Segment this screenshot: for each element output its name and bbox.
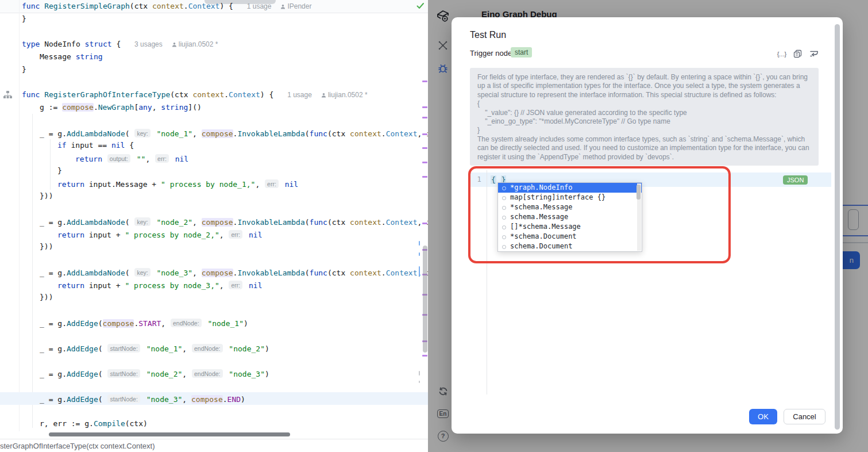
code-line[interactable]: return output: "", err: nil — [75, 152, 188, 164]
json-input-editor[interactable]: 1 { } JSON *graph.NodeInfomap[string]int… — [470, 167, 831, 396]
code-line[interactable]: })) — [40, 291, 53, 304]
vcs-change-marker — [422, 117, 427, 118]
code-line[interactable]: func RegisterSimpleGraph(ctx context.Con… — [22, 0, 311, 13]
trigger-node-badge: start — [511, 47, 532, 58]
code-line[interactable]: } — [22, 13, 26, 25]
code-line[interactable]: type NodeInfo struct { 3 usagesliujian.0… — [22, 38, 218, 51]
cancel-button[interactable]: Cancel — [784, 409, 825, 424]
horizontal-scrollbar[interactable] — [49, 432, 290, 436]
app-window: func RegisterSimpleGraph(ctx context.Con… — [0, 0, 868, 452]
code-line[interactable]: r, err := g.Compile(ctx) — [40, 417, 148, 430]
vcs-change-marker — [422, 162, 427, 163]
open-brace: { — [491, 175, 496, 184]
code-line[interactable]: if input == nil { — [57, 139, 134, 152]
language-badge: JSON — [783, 175, 808, 185]
dropdown-item[interactable]: *graph.NodeInfo — [498, 183, 642, 193]
caret-marker — [419, 266, 420, 277]
vcs-change-marker — [422, 223, 427, 224]
editor-gutter-separator — [487, 170, 487, 394]
code-lines[interactable]: func RegisterSimpleGraph(ctx context.Con… — [0, 0, 428, 431]
vcs-change-marker — [422, 176, 427, 178]
dropdown-item[interactable]: *schema.Message — [498, 202, 642, 212]
vcs-change-marker — [422, 355, 427, 357]
code-line[interactable]: })) — [40, 240, 53, 253]
interface-help-text: For fields of type interface, they are r… — [470, 68, 819, 166]
code-line[interactable]: func RegisterGraphOfInterfaceType(ctx co… — [22, 89, 368, 101]
code-line[interactable]: Message string — [40, 51, 103, 63]
dropdown-item[interactable]: []*schema.Message — [498, 222, 642, 232]
dropdown-item[interactable]: *schema.Document — [498, 232, 642, 242]
braces-icon[interactable]: {…} — [777, 49, 786, 59]
caret-marker — [419, 252, 420, 256]
gutter-marker — [419, 381, 420, 383]
breadcrumb[interactable]: sterGraphOfInterfaceType(ctx context.Con… — [0, 442, 155, 450]
code-line[interactable]: g := compose.NewGraph[any, string]() — [40, 101, 202, 114]
dialog-scrollbar[interactable] — [835, 24, 840, 430]
vcs-change-marker — [422, 147, 427, 149]
code-line[interactable]: })) — [40, 190, 53, 202]
code-line[interactable]: return input.Message + " process by node… — [57, 177, 298, 190]
code-line[interactable]: _ = g.AddEdge( startNode: "node_2", endN… — [40, 367, 269, 380]
code-line[interactable]: return input + " process by node_3,", er… — [57, 278, 263, 291]
vcs-change-marker — [422, 81, 427, 82]
code-line[interactable]: _ = g.AddEdge(compose.START, endNode: "n… — [40, 316, 248, 329]
code-line[interactable]: } — [57, 164, 62, 177]
code-line[interactable]: } — [22, 63, 26, 76]
dropdown-item[interactable]: schema.Message — [498, 212, 642, 222]
dropdown-item[interactable]: schema.Document — [498, 242, 642, 251]
copy-icon[interactable] — [793, 49, 803, 59]
dropdown-scrollbar[interactable] — [637, 183, 641, 251]
line-number: 1 — [474, 173, 484, 187]
inspections-ok-checkmark-icon[interactable] — [416, 1, 426, 12]
dialog-title: Test Run — [470, 30, 506, 40]
code-editor-pane[interactable]: func RegisterSimpleGraph(ctx context.Con… — [0, 0, 429, 452]
vertical-scrollbar[interactable] — [423, 246, 427, 353]
breadcrumb-bar: sterGraphOfInterfaceType(ctx context.Con… — [0, 439, 428, 452]
graph-gutter-icon[interactable] — [3, 91, 13, 99]
code-line[interactable]: _ = g.AddLambdaNode( key: "node_1", comp… — [40, 127, 429, 139]
trigger-node-label: Trigger node — [470, 49, 512, 58]
code-line[interactable]: return input + " process by node_2,", er… — [57, 228, 263, 240]
type-suggestion-dropdown[interactable]: *graph.NodeInfomap[string]interface {}*s… — [497, 182, 642, 252]
gutter-marker — [419, 371, 420, 376]
test-run-dialog: Test Run Trigger node start {…} For fiel… — [452, 17, 843, 434]
dropdown-item[interactable]: map[string]interface {} — [498, 193, 642, 202]
vcs-change-marker — [422, 133, 427, 135]
braces-glyph: {…} — [777, 51, 786, 58]
code-line[interactable]: _ = g.AddLambdaNode( key: "node_2", comp… — [40, 215, 429, 228]
ok-button[interactable]: OK — [749, 409, 777, 424]
vcs-change-marker — [422, 106, 427, 108]
wrap-arrow-icon[interactable] — [809, 49, 819, 59]
caret-marker — [419, 241, 420, 246]
code-line[interactable]: _ = g.AddEdge( startNode: "node_1", endN… — [40, 342, 269, 354]
code-line[interactable]: _ = g.AddLambdaNode( key: "node_3", comp… — [40, 266, 429, 278]
code-line[interactable]: _ = g.AddEdge( startNode: "node_3", comp… — [40, 392, 245, 405]
